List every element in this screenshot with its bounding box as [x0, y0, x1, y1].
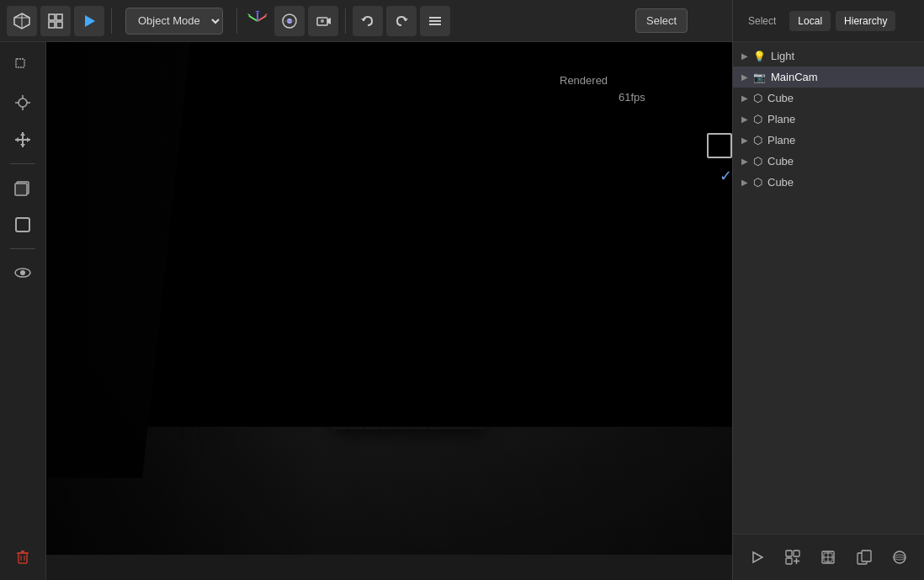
- svg-marker-33: [20, 132, 25, 136]
- layout-tool[interactable]: [40, 6, 71, 36]
- maincam-arrow: ▶: [741, 72, 748, 82]
- svg-marker-12: [247, 13, 251, 16]
- redo-btn[interactable]: [386, 6, 417, 36]
- cube3-icon: ⬡: [753, 176, 762, 189]
- axis-gizmo: [244, 8, 271, 35]
- plane1-arrow: ▶: [741, 114, 748, 124]
- select-panel-btn[interactable]: Select: [740, 11, 784, 31]
- render-mode-label: Rendered: [560, 74, 608, 87]
- svg-point-19: [321, 19, 324, 23]
- eye-btn[interactable]: [6, 256, 40, 290]
- svg-marker-35: [15, 137, 19, 142]
- arrow-panel-btn[interactable]: [742, 542, 773, 572]
- hierarchy-item-light[interactable]: ▶ 💡 Light: [733, 45, 924, 67]
- cursor-btn[interactable]: [6, 86, 40, 120]
- camera-view-btn[interactable]: [308, 6, 338, 36]
- separator1: [111, 8, 112, 34]
- plane2-icon: ⬡: [753, 134, 762, 146]
- plane1-icon: ⬡: [753, 113, 762, 125]
- svg-marker-7: [85, 15, 95, 27]
- svg-point-41: [20, 270, 25, 275]
- svg-rect-6: [56, 22, 62, 28]
- hierarchy-item-cube1[interactable]: ▶ ⬡ Cube: [733, 88, 924, 109]
- svg-marker-34: [20, 144, 25, 147]
- separator3: [345, 8, 346, 34]
- cube-icon-tool[interactable]: [7, 6, 37, 36]
- hierarchy-panel-btn[interactable]: Hierarchy: [836, 11, 895, 31]
- chair-seat-object: [332, 286, 484, 429]
- svg-rect-38: [15, 184, 27, 195]
- mode-dropdown[interactable]: Object Mode: [125, 8, 223, 35]
- separator2: [236, 8, 237, 34]
- hierarchy-item-plane1[interactable]: ▶ ⬡ Plane: [733, 109, 924, 130]
- cube1-name: Cube: [767, 92, 916, 104]
- svg-rect-5: [49, 22, 55, 28]
- svg-marker-11: [264, 13, 268, 16]
- menu-btn[interactable]: [420, 6, 450, 36]
- copy-panel-btn[interactable]: [849, 542, 879, 572]
- square-btn[interactable]: [6, 208, 40, 242]
- grid-add-btn[interactable]: [778, 542, 808, 572]
- top-toolbar: Object Mode: [0, 0, 732, 42]
- cube3-name: Cube: [767, 176, 916, 189]
- cube2-name: Cube: [767, 155, 916, 168]
- svg-marker-20: [361, 19, 366, 21]
- hierarchy-item-cube2[interactable]: ▶ ⬡ Cube: [733, 151, 924, 172]
- cube2-arrow: ▶: [741, 157, 748, 166]
- svg-rect-3: [49, 14, 55, 20]
- panel-bottom-icons: [733, 534, 924, 580]
- svg-marker-13: [255, 11, 260, 13]
- svg-marker-47: [753, 552, 762, 562]
- layers-panel-btn[interactable]: [813, 542, 843, 572]
- hierarchy-list: ▶ 💡 Light ▶ 📷 MainCam ▶ ⬡ Cube ▶ ⬡ Plane…: [733, 42, 924, 534]
- right-panel: Select Local Hierarchy ▶ 💡 Light ▶ 📷 Mai…: [732, 0, 924, 580]
- svg-rect-39: [16, 218, 29, 231]
- move-btn[interactable]: [6, 123, 40, 157]
- cube1-arrow: ▶: [741, 93, 748, 103]
- svg-line-9: [249, 16, 258, 21]
- maincam-name: MainCam: [771, 71, 916, 83]
- maincam-icon: 📷: [753, 72, 766, 83]
- fps-counter: 61fps: [619, 91, 645, 104]
- sphere-panel-btn[interactable]: [884, 542, 915, 572]
- cube-left-object: [72, 320, 206, 438]
- view-mode-btn[interactable]: [274, 6, 305, 36]
- active-checkmark: ✓: [720, 167, 732, 185]
- hierarchy-item-plane2[interactable]: ▶ ⬡ Plane: [733, 130, 924, 151]
- select-box-btn[interactable]: [6, 49, 40, 82]
- svg-marker-36: [27, 137, 30, 142]
- svg-rect-42: [19, 553, 27, 563]
- select-button[interactable]: Select: [635, 8, 688, 33]
- svg-rect-50: [786, 558, 792, 564]
- cube2-icon: ⬡: [753, 155, 762, 168]
- layers-btn[interactable]: [6, 171, 40, 205]
- svg-rect-25: [16, 59, 24, 67]
- hierarchy-item-cube3[interactable]: ▶ ⬡ Cube: [733, 172, 924, 193]
- plane2-name: Plane: [767, 134, 916, 146]
- select-gizmo: [707, 133, 732, 158]
- svg-point-26: [19, 98, 27, 107]
- left-toolbar: [0, 42, 46, 580]
- undo-btn[interactable]: [353, 6, 383, 36]
- local-panel-btn[interactable]: Local: [789, 11, 831, 31]
- hierarchy-item-maincam[interactable]: ▶ 📷 MainCam: [733, 67, 924, 88]
- svg-rect-48: [786, 551, 792, 556]
- left-sep2: [10, 248, 35, 249]
- play-tool[interactable]: [74, 6, 104, 36]
- cube1-icon: ⬡: [753, 92, 762, 104]
- light-arrow: ▶: [741, 51, 748, 61]
- select-area: Select: [635, 8, 688, 33]
- plane2-arrow: ▶: [741, 136, 748, 145]
- svg-rect-49: [794, 551, 799, 556]
- left-sep1: [10, 163, 35, 164]
- svg-line-8: [258, 16, 266, 21]
- delete-btn[interactable]: [6, 540, 40, 573]
- svg-rect-58: [862, 551, 871, 561]
- rendered-scene[interactable]: Rendered 61fps ✓: [46, 42, 732, 555]
- light-name: Light: [771, 50, 916, 62]
- chair-back-object: [307, 67, 400, 311]
- light-icon: 💡: [753, 51, 766, 62]
- panel-header: Select Local Hierarchy: [733, 0, 924, 42]
- plane1-name: Plane: [767, 113, 916, 125]
- svg-rect-4: [56, 14, 62, 20]
